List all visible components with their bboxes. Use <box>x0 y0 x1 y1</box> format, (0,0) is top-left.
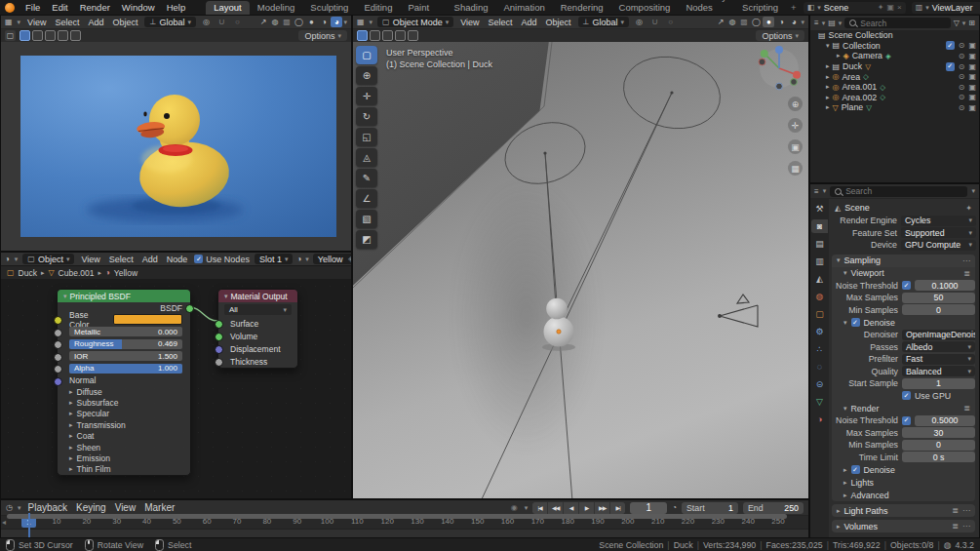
menu-edit[interactable]: Edit <box>47 1 72 14</box>
play-button[interactable]: ▶ <box>579 502 594 514</box>
viewlayer-selector[interactable]: ▥▾ ViewLayer ▣ × <box>912 2 980 14</box>
expand-icon[interactable]: ▸ <box>837 52 841 59</box>
xray-icon[interactable]: ▩ <box>738 17 749 27</box>
expand-icon[interactable]: ▸ <box>826 83 830 91</box>
material-name-field[interactable]: Yellow◈▣× <box>313 254 352 264</box>
collapse-icon[interactable]: ▾ <box>63 293 67 300</box>
rotate-tool[interactable]: ↻ <box>356 107 377 126</box>
pin-icon[interactable]: ✦ <box>878 3 884 12</box>
render-subpanel-header[interactable]: ▾Render≣ <box>832 402 975 414</box>
prop-quality-value[interactable]: Balanced▾ <box>902 366 975 376</box>
view-layer-tab[interactable]: ▥ <box>811 255 828 268</box>
breadcrumb-item[interactable]: Duck <box>19 268 37 278</box>
overlays-icon[interactable]: ◍ <box>726 17 737 27</box>
use-nodes-checkbox[interactable]: ✓ <box>194 255 203 263</box>
node-canvas[interactable]: ▾ Principled BSDF BSDF Base Color Metall… <box>1 279 351 499</box>
field-render-engine-dropdown[interactable]: Cycles▾ <box>901 216 976 226</box>
data-tab[interactable]: ▽ <box>811 395 828 409</box>
menu-help[interactable]: Help <box>162 1 191 14</box>
workspace-tab-scripting[interactable]: Scripting <box>734 1 786 15</box>
annotate-tool[interactable]: ✎ <box>356 169 377 187</box>
slot-dropdown[interactable]: Slot 1▾ <box>255 254 294 264</box>
hide-eye-icon[interactable]: ⊙ <box>959 41 965 50</box>
transform-tool[interactable]: ◬ <box>356 148 377 167</box>
editor-type-icon[interactable]: ▦ <box>5 18 13 26</box>
menu-object[interactable]: Object <box>544 18 573 27</box>
scene-browse-icon[interactable]: ◧ <box>807 3 815 12</box>
modifiers-tab[interactable]: ⚙ <box>811 325 828 338</box>
ior-slider[interactable]: IOR1.500 <box>69 351 182 361</box>
ior-socket[interactable] <box>54 353 62 362</box>
prop-checkbox[interactable]: ✓ <box>902 281 911 290</box>
material-tab[interactable]: ◑ <box>811 413 828 426</box>
displacement-socket[interactable] <box>215 345 223 354</box>
outliner-row-area[interactable]: ▸◎Area◇⊙▣ <box>810 71 979 82</box>
measure-tool[interactable]: ∠ <box>356 189 377 208</box>
frame-end-field[interactable]: End250 <box>743 502 804 514</box>
exclude-checkbox[interactable]: ✓ <box>946 41 955 50</box>
subpanel-lights[interactable]: ▸Lights <box>832 476 975 489</box>
denoise-checkbox[interactable]: ✓ <box>851 318 860 327</box>
proportional-edit-icon[interactable]: ○ <box>665 17 676 27</box>
workspace-tab-shading[interactable]: Shading <box>447 1 496 15</box>
play-reverse-button[interactable]: ◀ <box>564 502 578 514</box>
preset-icon[interactable]: ≣ <box>952 522 959 531</box>
exclude-checkbox[interactable]: ✓ <box>946 62 955 71</box>
select-box-tool[interactable]: ▢ <box>356 46 377 64</box>
outliner-row-area-002[interactable]: ▸◎Area.002◇⊙▣ <box>810 93 979 103</box>
prop-noise-threshold-value[interactable]: 0.5000 <box>915 415 975 426</box>
rendered-shading-icon[interactable]: ◕ <box>788 17 800 27</box>
volume-socket[interactable] <box>215 333 223 341</box>
panel-menu-icon[interactable]: ⋯ <box>962 506 970 515</box>
material-shading-icon[interactable]: ◑ <box>318 17 330 27</box>
viewport-subpanel-header[interactable]: ▾Viewport≣ <box>832 267 975 280</box>
timeline-tracks[interactable] <box>1 530 808 538</box>
panel-emission[interactable]: ▸Emission <box>58 453 190 463</box>
particles-tab[interactable]: ∴ <box>811 342 828 356</box>
blender-logo-icon[interactable] <box>5 3 15 13</box>
select-mode-0[interactable] <box>20 30 30 41</box>
zoom-icon[interactable]: ⊕ <box>788 97 803 111</box>
pin-icon[interactable]: ✦ <box>965 204 972 213</box>
field-feature-set-dropdown[interactable]: Supported▾ <box>901 227 976 238</box>
metallic-slider[interactable]: Metallic0.000 <box>69 327 182 336</box>
new-collection-icon[interactable]: ⊞ <box>968 19 975 27</box>
select-mode-4[interactable] <box>408 30 418 41</box>
constraints-tab[interactable]: ⊝ <box>811 377 828 391</box>
options-button[interactable]: Options▾ <box>756 30 804 41</box>
surface-socket[interactable] <box>215 320 223 329</box>
collapse-icon[interactable]: ▾ <box>224 293 228 300</box>
panel-specular[interactable]: ▸Specular <box>58 409 190 419</box>
proportional-edit-icon[interactable]: ○ <box>232 17 243 27</box>
thickness-socket[interactable] <box>215 358 223 367</box>
prev-keyframe-button[interactable]: ◀◀ <box>548 502 563 514</box>
menu-select[interactable]: Select <box>107 255 136 264</box>
world-tab[interactable]: ◍ <box>811 290 828 303</box>
menu-add[interactable]: Add <box>140 255 160 264</box>
pan-icon[interactable]: ✛ <box>788 118 803 133</box>
solid-shading-icon[interactable]: ● <box>305 17 317 27</box>
jump-to-end-button[interactable]: ▶| <box>610 502 625 514</box>
viewlayer-browse-icon[interactable]: ▥ <box>916 3 923 12</box>
editor-type-icon[interactable]: ◑ <box>5 255 10 263</box>
transform-orientation-dropdown[interactable]: ⊥Global▾ <box>144 17 196 27</box>
base-color-socket[interactable] <box>54 316 62 325</box>
menu-select[interactable]: Select <box>53 18 81 27</box>
next-keyframe-button[interactable]: ▶▶ <box>595 502 609 514</box>
prop-checkbox[interactable]: ✓ <box>902 416 911 425</box>
xray-icon[interactable]: ▩ <box>281 17 292 27</box>
panel-thin-film[interactable]: ▸Thin Film <box>58 464 190 475</box>
alpha-socket[interactable] <box>54 365 62 374</box>
outliner-row-camera[interactable]: ▸◈Camera◈⊙▣ <box>810 51 979 61</box>
breadcrumb-item[interactable]: Yellow <box>114 268 137 278</box>
panel-subsurface[interactable]: ▸Subsurface <box>58 397 190 408</box>
outliner-row-collection[interactable]: ▾▤Collection✓⊙▣ <box>810 41 979 52</box>
outliner-search[interactable]: Search <box>844 18 950 28</box>
panel-volumes-header[interactable]: ▸Volumes≣⋯ <box>832 520 975 532</box>
render-denoise-collapsed[interactable]: ▸✓Denoise <box>832 463 975 476</box>
prop-max-samples-value[interactable]: 30 <box>902 427 975 438</box>
disable-render-icon[interactable]: ▣ <box>968 41 976 50</box>
menu-keying[interactable]: Keying <box>74 502 108 513</box>
prop-prefilter-value[interactable]: Fast▾ <box>902 354 975 365</box>
snap-magnet-icon[interactable]: U <box>216 17 227 27</box>
